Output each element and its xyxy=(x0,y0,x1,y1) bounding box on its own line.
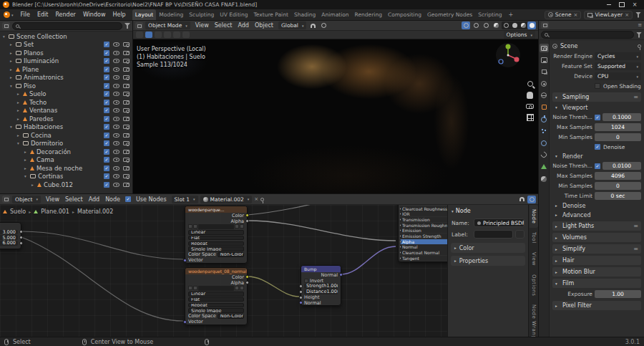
outliner-row-animatronics[interactable]: ▸ Animatronics ✓ xyxy=(0,74,132,82)
show-gizmo-icon[interactable] xyxy=(472,21,480,29)
checkbox-icon[interactable]: ✓ xyxy=(104,116,109,122)
properties-tab-viewlayer[interactable] xyxy=(540,67,549,76)
properties-tab-world[interactable] xyxy=(540,91,549,100)
expand-arrow-icon[interactable]: ▸ xyxy=(9,67,14,72)
outliner-row-techo[interactable]: ▸ Techo ✓ xyxy=(0,98,132,107)
render-engine-dropdown[interactable]: Cycles xyxy=(595,52,641,60)
input-socket[interactable] xyxy=(400,256,401,260)
normal-input-socket[interactable] xyxy=(299,301,303,304)
properties-section-header[interactable]: ▸ Properties xyxy=(451,256,525,266)
input-socket[interactable] xyxy=(400,224,401,227)
workspace-tab[interactable]: Geometry Nodes xyxy=(424,9,475,20)
pin-icon[interactable] xyxy=(260,198,264,201)
section-menu-icon[interactable]: ≡ xyxy=(633,94,638,100)
expand-arrow-icon[interactable]: ▸ xyxy=(16,117,21,121)
checkbox-icon[interactable]: ✓ xyxy=(104,75,109,80)
browse-icon[interactable] xyxy=(188,224,192,229)
workspace-tab[interactable]: Animation xyxy=(318,9,351,20)
checkbox-icon[interactable]: ✓ xyxy=(104,157,109,163)
shading-wireframe-icon[interactable] xyxy=(502,21,510,29)
fake-user-icon[interactable] xyxy=(235,224,239,229)
node-value-row[interactable]: 3.000 xyxy=(0,229,21,235)
properties-search-input[interactable] xyxy=(541,31,634,39)
node-dropdown[interactable]: Linear xyxy=(188,230,244,235)
eye-icon[interactable] xyxy=(113,133,119,138)
menu-item[interactable]: Help xyxy=(109,9,129,20)
viewport-min-samples-field[interactable]: 0 xyxy=(595,133,641,141)
expand-arrow-icon[interactable]: ▾ xyxy=(9,125,14,129)
unlink-scene-icon[interactable]: × xyxy=(574,12,578,18)
properties-filter-icon[interactable] xyxy=(636,32,642,38)
checkbox-icon[interactable]: ✓ xyxy=(104,140,109,146)
node-principled-bsdf[interactable]: Clearcoat Roughness IOR Transmission Tra… xyxy=(398,205,455,262)
breadcrumb-material[interactable]: Material.002 xyxy=(77,208,113,215)
outliner-row-cube-012[interactable]: ▸ Cube.012 ✓ xyxy=(0,181,132,189)
eye-icon[interactable] xyxy=(113,141,119,145)
outliner-row-cocina[interactable]: ▸ Cocina ✓ xyxy=(0,131,132,140)
camera-toggle-icon[interactable] xyxy=(123,150,130,154)
input-socket[interactable] xyxy=(400,212,401,216)
camera-toggle-icon[interactable] xyxy=(123,125,130,129)
node-dropdown[interactable]: Flat xyxy=(188,236,244,241)
expand-arrow-icon[interactable]: ▸ xyxy=(23,166,28,170)
bsdf-input-row[interactable]: Tangent xyxy=(400,256,453,261)
camera-toggle-icon[interactable] xyxy=(123,183,130,187)
time-limit-field[interactable]: 0 sec xyxy=(595,192,641,200)
camera-toggle-icon[interactable] xyxy=(123,117,130,121)
properties-tab-output[interactable] xyxy=(540,56,549,64)
viewport-subsection-header[interactable]: ▾ Viewport ≡ xyxy=(552,103,641,112)
camera-toggle-icon[interactable] xyxy=(123,141,130,145)
checkbox-icon[interactable]: ✓ xyxy=(104,149,109,155)
properties-tab-particles[interactable] xyxy=(540,127,549,135)
strength-input-socket[interactable] xyxy=(299,284,303,288)
blender-menu-button[interactable] xyxy=(0,9,17,20)
close-button[interactable]: × xyxy=(628,0,641,9)
expand-arrow-icon[interactable]: ▸ xyxy=(30,183,35,187)
material-selector[interactable]: Material.002 xyxy=(200,196,253,203)
eye-icon[interactable] xyxy=(113,166,119,170)
proportional-edit-icon[interactable] xyxy=(319,21,328,29)
browse-icon[interactable] xyxy=(188,286,192,290)
properties-tab-material[interactable] xyxy=(540,175,549,183)
camera-toggle-icon[interactable] xyxy=(123,42,130,47)
shader-menu-item[interactable]: View xyxy=(43,196,62,203)
tool-icon-active[interactable] xyxy=(145,32,152,38)
node-dropdown[interactable]: Repeat xyxy=(188,303,244,308)
menu-item[interactable]: Edit xyxy=(34,9,52,20)
editor-type-icon[interactable] xyxy=(541,21,549,29)
checkbox-icon[interactable]: ✓ xyxy=(104,100,109,105)
render-min-samples-field[interactable]: 0 xyxy=(595,182,641,190)
camera-toggle-icon[interactable] xyxy=(123,100,130,105)
noise-checkbox[interactable]: ✓ xyxy=(595,115,600,120)
expand-arrow-icon[interactable]: ▸ xyxy=(16,108,21,112)
image-name-field[interactable] xyxy=(198,224,234,229)
osl-checkbox[interactable] xyxy=(595,83,600,89)
outliner-row-iluminacion[interactable]: ▸ Iluminación ✓ xyxy=(0,57,132,66)
properties-tab-data[interactable] xyxy=(540,163,549,171)
menu-item[interactable]: Render xyxy=(52,9,79,20)
outliner-row-suelo[interactable]: ▸ Suelo ✓ xyxy=(0,90,132,99)
tool-icon[interactable] xyxy=(182,32,190,38)
input-socket[interactable] xyxy=(400,240,401,244)
eye-icon[interactable] xyxy=(113,84,119,88)
menu-item[interactable]: Window xyxy=(79,9,109,20)
snap-magnet-icon[interactable] xyxy=(517,196,526,203)
pan-hand-icon[interactable] xyxy=(527,92,533,99)
camera-toggle-icon[interactable] xyxy=(123,59,130,63)
node-dropdown[interactable]: Flat xyxy=(188,297,244,302)
expand-arrow-icon[interactable]: ▸ xyxy=(23,158,28,162)
tool-icon[interactable] xyxy=(136,32,143,38)
outliner-filter-icon[interactable] xyxy=(125,23,130,29)
pixel-filter-section-header[interactable]: ▸ Pixel Filter xyxy=(552,301,641,310)
exposure-field[interactable]: 1.00 xyxy=(595,290,641,298)
camera-toggle-icon[interactable] xyxy=(123,92,130,96)
vector-input-socket[interactable] xyxy=(183,259,187,262)
render-subsection-header[interactable]: ▾ Render ≡ xyxy=(552,152,641,160)
node-dropdown[interactable]: Linear xyxy=(188,292,244,297)
sidebar-tab[interactable]: View xyxy=(530,248,538,270)
outliner-row-plane[interactable]: ▸ Plane ✓ xyxy=(0,65,132,74)
xray-icon[interactable] xyxy=(492,21,500,29)
section-menu-icon[interactable]: ≡ xyxy=(633,223,638,229)
show-overlays-icon[interactable] xyxy=(482,21,490,29)
viewport-menu-item[interactable]: Add xyxy=(235,22,252,29)
